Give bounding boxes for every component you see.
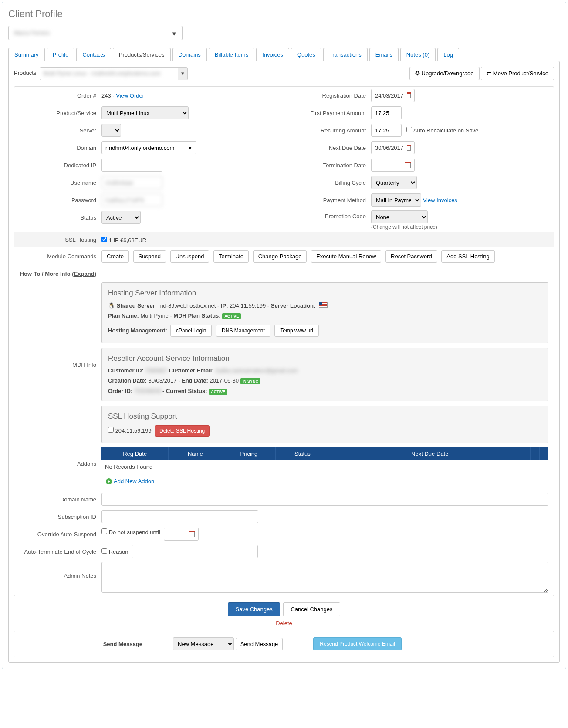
tabs: Summary Profile Contacts Products/Servic…	[8, 48, 560, 61]
domain-dropdown-button[interactable]: ▾	[184, 141, 196, 154]
suspend-until-date-input[interactable]	[164, 528, 199, 541]
calendar-icon	[407, 145, 411, 151]
cpanel-login-button[interactable]: cPanel Login	[170, 325, 212, 337]
send-message-button[interactable]: Send Message	[236, 638, 283, 650]
client-name: Marco Ferrero	[14, 30, 50, 36]
next-due-date-input[interactable]: 30/06/2017	[371, 141, 415, 154]
unsuspend-button[interactable]: Unsuspend	[170, 250, 210, 263]
table-header: Status	[276, 447, 329, 460]
cancel-button[interactable]: Cancel Changes	[283, 602, 340, 616]
table-header	[531, 447, 540, 460]
upgrade-downgrade-button[interactable]: ✪ Upgrade/Downgrade	[409, 67, 480, 80]
status-badge: ACTIVE	[222, 313, 241, 319]
sync-badge: IN SYNC	[240, 378, 261, 384]
override-suspend-checkbox[interactable]	[101, 528, 107, 534]
server-select[interactable]	[101, 124, 121, 137]
first-payment-input[interactable]	[371, 106, 402, 119]
tab-transactions[interactable]: Transactions	[323, 48, 368, 61]
payment-method-select[interactable]: Mail In Payment	[371, 193, 421, 207]
tab-summary[interactable]: Summary	[8, 48, 45, 61]
dns-management-button[interactable]: DNS Management	[216, 325, 270, 337]
auto-recalculate-checkbox[interactable]	[406, 127, 412, 132]
delete-ssl-button[interactable]: Delete SSL Hosting	[155, 425, 210, 437]
dedicated-ip-input[interactable]	[101, 159, 162, 172]
tab-log[interactable]: Log	[437, 48, 459, 61]
terminate-button[interactable]: Terminate	[213, 250, 249, 263]
reason-input[interactable]	[132, 545, 258, 558]
order-id: 243	[101, 92, 111, 99]
table-header: Pricing	[222, 447, 276, 460]
create-button[interactable]: Create	[101, 250, 129, 263]
status-select[interactable]: Active	[101, 211, 141, 224]
calendar-icon	[405, 162, 411, 168]
promotion-code-select[interactable]: None	[371, 210, 428, 223]
hosting-title: Hosting Server Information	[108, 289, 542, 298]
ssl-support-title: SSL Hosting Support	[108, 412, 542, 421]
client-select[interactable]: Marco Ferrero ▼	[8, 26, 183, 40]
ssl-ip-checkbox[interactable]	[108, 427, 114, 433]
order-label: Order #	[14, 92, 101, 99]
chevron-down-icon: ▾	[178, 68, 187, 80]
auto-terminate-checkbox[interactable]	[101, 548, 107, 554]
tab-emails[interactable]: Emails	[369, 48, 399, 61]
tab-domains[interactable]: Domains	[172, 48, 207, 61]
view-order-link[interactable]: View Order	[116, 92, 144, 99]
tab-contacts[interactable]: Contacts	[76, 48, 111, 61]
tab-quotes[interactable]: Quotes	[291, 48, 321, 61]
calendar-icon	[189, 531, 195, 537]
products-label: Products:	[14, 70, 38, 76]
reseller-title: Reseller Account Service Information	[108, 354, 542, 363]
billing-cycle-select[interactable]: Quarterly	[371, 176, 417, 189]
tab-profile[interactable]: Profile	[47, 48, 75, 61]
message-select[interactable]: New Message	[173, 637, 234, 650]
tab-billable[interactable]: Billable Items	[209, 48, 254, 61]
product-service-select[interactable]: Multi Pyme Linux	[101, 106, 189, 119]
page-title: Client Profile	[8, 8, 560, 20]
addons-table: Reg Date Name Pricing Status Next Due Da…	[101, 447, 548, 474]
recurring-amount-input[interactable]	[371, 124, 402, 137]
expand-link[interactable]: Expand	[74, 271, 95, 277]
chevron-down-icon: ▼	[171, 30, 177, 37]
ssl-hosting-checkbox[interactable]	[101, 237, 107, 242]
products-select[interactable]: Multi Pyme Linux - rmdhm04.onlyfordemo.c…	[40, 67, 188, 80]
calendar-icon	[407, 92, 411, 98]
admin-notes-textarea[interactable]	[101, 562, 548, 593]
status-badge: ACTIVE	[209, 389, 227, 395]
domain-name-input[interactable]	[101, 493, 548, 506]
manual-renew-button[interactable]: Execute Manual Renew	[311, 250, 381, 263]
subscription-id-input[interactable]	[101, 510, 258, 523]
table-header: Reg Date	[101, 447, 169, 460]
password-input[interactable]	[101, 193, 162, 207]
add-ssl-hosting-button[interactable]: Add SSL Hosting	[441, 250, 495, 263]
flag-us-icon	[319, 302, 328, 308]
view-invoices-link[interactable]: View Invoices	[423, 197, 457, 203]
table-header: Name	[169, 447, 222, 460]
table-header	[539, 447, 548, 460]
termination-date-input[interactable]	[371, 159, 415, 172]
no-records: No Records Found	[101, 460, 548, 474]
domain-input[interactable]	[101, 141, 184, 154]
plus-icon: +	[106, 478, 112, 484]
tab-products-services[interactable]: Products/Services	[113, 48, 171, 61]
move-product-button[interactable]: ⇄ Move Product/Service	[481, 67, 554, 80]
resend-welcome-button[interactable]: Resend Product Welcome Email	[313, 637, 402, 650]
send-message-label: Send Message	[20, 641, 142, 647]
delete-link[interactable]: Delete	[14, 618, 554, 631]
table-header: Next Due Date	[329, 447, 531, 460]
save-button[interactable]: Save Changes	[228, 602, 280, 616]
add-addon-link[interactable]: Add New Addon	[114, 478, 154, 484]
tab-notes[interactable]: Notes (0)	[400, 48, 436, 61]
tab-invoices[interactable]: Invoices	[256, 48, 289, 61]
registration-date-input[interactable]: 24/03/2017	[371, 89, 415, 102]
change-package-button[interactable]: Change Package	[253, 250, 307, 263]
linux-icon: 🐧	[108, 302, 115, 309]
suspend-button[interactable]: Suspend	[133, 250, 166, 263]
reset-password-button[interactable]: Reset Password	[385, 250, 437, 263]
username-input[interactable]	[101, 176, 162, 189]
howto-label: How-To / More Info (Expand)	[14, 271, 101, 277]
temp-www-button[interactable]: Temp www url	[274, 325, 318, 337]
